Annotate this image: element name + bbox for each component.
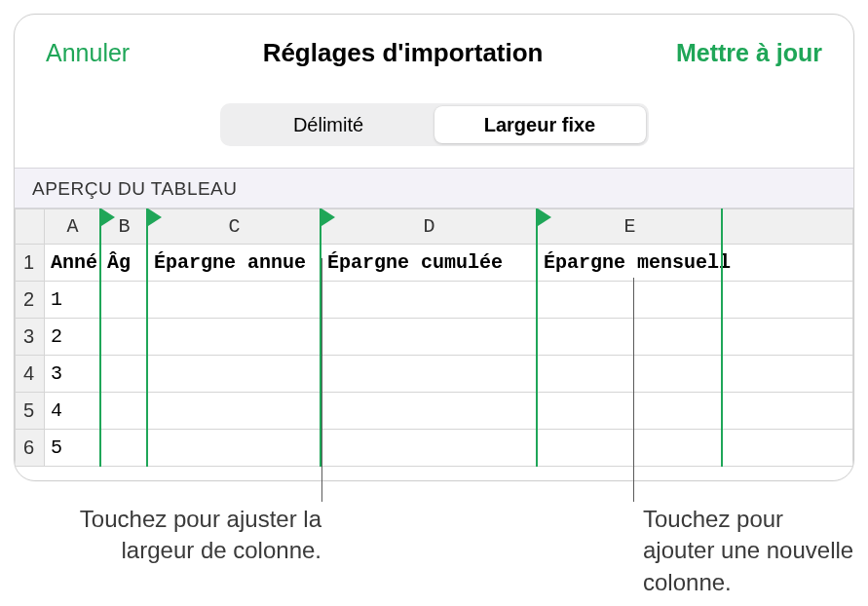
row-header[interactable]: 5 [16, 393, 45, 430]
cell[interactable] [148, 430, 321, 467]
column-divider[interactable] [320, 208, 321, 467]
cell[interactable] [723, 319, 853, 356]
cell[interactable]: Anné [45, 245, 101, 282]
row-header[interactable]: 6 [16, 430, 45, 467]
column-divider[interactable] [99, 208, 101, 467]
column-divider[interactable] [721, 208, 723, 467]
cell[interactable] [321, 356, 538, 393]
column-handle-icon[interactable] [321, 208, 335, 226]
col-header-e[interactable]: E [538, 209, 723, 245]
row-header[interactable]: 3 [16, 319, 45, 356]
cell[interactable] [723, 393, 853, 430]
cell[interactable]: 1 [45, 282, 101, 319]
row-header[interactable]: 1 [16, 245, 45, 282]
column-divider[interactable] [536, 208, 538, 467]
table-row: 5 4 [16, 393, 853, 430]
segment-delimited[interactable]: Délimité [223, 106, 434, 143]
corner-cell [16, 209, 45, 245]
cell[interactable] [723, 356, 853, 393]
cell[interactable] [538, 319, 723, 356]
mode-segmented-container: Délimité Largeur fixe [15, 78, 853, 168]
cell[interactable]: Épargne mensuell [538, 245, 853, 282]
table-row: 2 1 [16, 282, 853, 319]
cell[interactable] [101, 430, 148, 467]
cell[interactable]: 5 [45, 430, 101, 467]
cell[interactable] [101, 356, 148, 393]
cell[interactable] [538, 430, 723, 467]
mode-segmented-control[interactable]: Délimité Largeur fixe [220, 103, 649, 146]
callout-leader-line [321, 258, 322, 502]
cell[interactable] [101, 282, 148, 319]
cancel-button[interactable]: Annuler [46, 39, 130, 67]
cell[interactable] [723, 282, 853, 319]
row-header[interactable]: 4 [16, 356, 45, 393]
col-header-c[interactable]: C [148, 209, 321, 245]
cell[interactable] [723, 430, 853, 467]
panel-header: Annuler Réglages d'importation Mettre à … [15, 15, 853, 78]
update-button[interactable]: Mettre à jour [676, 39, 822, 67]
cell[interactable]: 3 [45, 356, 101, 393]
cell[interactable]: 2 [45, 319, 101, 356]
cell[interactable] [101, 393, 148, 430]
cell[interactable]: Épargne cumulée [321, 245, 538, 282]
column-handle-icon[interactable] [538, 208, 551, 226]
cell[interactable] [148, 393, 321, 430]
cell[interactable] [538, 393, 723, 430]
callout-add-column: Touchez pour ajouter une nouvelle colonn… [643, 504, 857, 598]
callout-leader-line [633, 278, 634, 502]
table-row: 4 3 [16, 356, 853, 393]
cell[interactable]: Épargne annue [148, 245, 321, 282]
column-divider[interactable] [146, 208, 148, 467]
col-header-d[interactable]: D [321, 209, 538, 245]
cell[interactable] [321, 393, 538, 430]
cell[interactable] [538, 282, 723, 319]
preview-section-header: APERÇU DU TABLEAU [15, 168, 853, 208]
column-handle-icon[interactable] [101, 208, 115, 226]
row-header[interactable]: 2 [16, 282, 45, 319]
cell[interactable] [148, 356, 321, 393]
table-row: 6 5 [16, 430, 853, 467]
table-preview: A B C D E 1 Anné Âg Épargne annue Épargn… [15, 208, 853, 467]
col-header-a[interactable]: A [45, 209, 101, 245]
cell[interactable] [148, 319, 321, 356]
preview-table: A B C D E 1 Anné Âg Épargne annue Épargn… [15, 208, 853, 467]
column-handle-icon[interactable] [148, 208, 162, 226]
cell[interactable] [101, 319, 148, 356]
cell[interactable]: 4 [45, 393, 101, 430]
panel-title: Réglages d'importation [263, 38, 544, 68]
table-row: 3 2 [16, 319, 853, 356]
import-settings-panel: Annuler Réglages d'importation Mettre à … [14, 14, 854, 481]
cell[interactable] [538, 356, 723, 393]
cell[interactable] [321, 282, 538, 319]
segment-fixed-width[interactable]: Largeur fixe [434, 106, 646, 143]
col-header-blank [723, 209, 853, 245]
callout-adjust-width: Touchez pour ajuster la largeur de colon… [78, 504, 321, 567]
cell[interactable] [321, 319, 538, 356]
cell[interactable]: Âg [101, 245, 148, 282]
table-row: 1 Anné Âg Épargne annue Épargne cumulée … [16, 245, 853, 282]
cell[interactable] [148, 282, 321, 319]
cell[interactable] [321, 430, 538, 467]
